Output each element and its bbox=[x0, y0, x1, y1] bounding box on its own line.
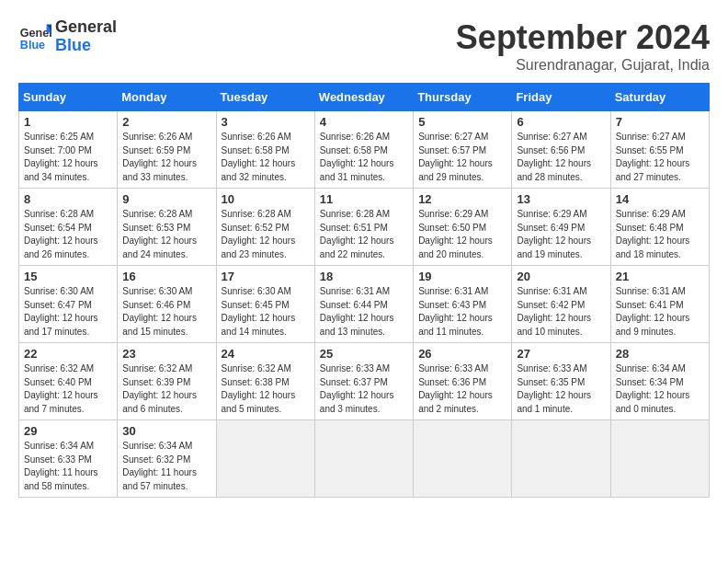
calendar-cell: 19 Sunrise: 6:31 AM Sunset: 6:43 PM Dayl… bbox=[414, 266, 512, 343]
day-number: 13 bbox=[517, 192, 605, 206]
calendar-cell: 12 Sunrise: 6:29 AM Sunset: 6:50 PM Dayl… bbox=[414, 189, 512, 266]
svg-text:Blue: Blue bbox=[20, 38, 45, 51]
day-info: Sunrise: 6:28 AM Sunset: 6:52 PM Dayligh… bbox=[222, 208, 310, 261]
calendar-week-1: 1 Sunrise: 6:25 AM Sunset: 7:00 PM Dayli… bbox=[19, 111, 710, 189]
calendar-cell: 24 Sunrise: 6:32 AM Sunset: 6:38 PM Dayl… bbox=[216, 343, 314, 420]
calendar-cell: 13 Sunrise: 6:29 AM Sunset: 6:49 PM Dayl… bbox=[512, 189, 610, 266]
day-info: Sunrise: 6:30 AM Sunset: 6:45 PM Dayligh… bbox=[222, 285, 310, 339]
day-number: 24 bbox=[222, 347, 310, 361]
logo-general-text: General bbox=[55, 18, 117, 37]
day-info: Sunrise: 6:27 AM Sunset: 6:57 PM Dayligh… bbox=[418, 131, 506, 184]
day-number: 29 bbox=[24, 424, 112, 438]
day-number: 1 bbox=[24, 115, 112, 129]
day-number: 25 bbox=[320, 347, 408, 361]
day-number: 18 bbox=[320, 270, 408, 283]
calendar-cell: 7 Sunrise: 6:27 AM Sunset: 6:55 PM Dayli… bbox=[610, 111, 709, 189]
logo-icon: General Blue bbox=[18, 20, 51, 53]
calendar-week-3: 15 Sunrise: 6:30 AM Sunset: 6:47 PM Dayl… bbox=[19, 266, 710, 343]
calendar-cell: 3 Sunrise: 6:26 AM Sunset: 6:58 PM Dayli… bbox=[216, 111, 314, 189]
day-info: Sunrise: 6:31 AM Sunset: 6:41 PM Dayligh… bbox=[616, 285, 704, 339]
weekday-header-sunday: Sunday bbox=[19, 84, 118, 111]
day-info: Sunrise: 6:33 AM Sunset: 6:37 PM Dayligh… bbox=[320, 362, 408, 416]
day-info: Sunrise: 6:33 AM Sunset: 6:35 PM Dayligh… bbox=[517, 362, 605, 416]
calendar-cell bbox=[314, 420, 413, 498]
day-number: 4 bbox=[320, 115, 408, 129]
calendar-cell: 28 Sunrise: 6:34 AM Sunset: 6:34 PM Dayl… bbox=[610, 343, 709, 420]
day-number: 9 bbox=[122, 192, 210, 206]
day-number: 19 bbox=[418, 270, 506, 283]
calendar-cell: 27 Sunrise: 6:33 AM Sunset: 6:35 PM Dayl… bbox=[512, 343, 610, 420]
day-info: Sunrise: 6:25 AM Sunset: 7:00 PM Dayligh… bbox=[24, 131, 112, 184]
weekday-header-saturday: Saturday bbox=[610, 84, 709, 111]
calendar-cell bbox=[610, 420, 709, 498]
day-number: 16 bbox=[122, 270, 210, 283]
calendar-header-row: SundayMondayTuesdayWednesdayThursdayFrid… bbox=[19, 84, 710, 111]
day-info: Sunrise: 6:29 AM Sunset: 6:49 PM Dayligh… bbox=[517, 208, 605, 261]
month-title: September 2024 bbox=[456, 18, 710, 57]
day-info: Sunrise: 6:28 AM Sunset: 6:51 PM Dayligh… bbox=[320, 208, 408, 261]
day-number: 27 bbox=[517, 347, 605, 361]
day-number: 5 bbox=[418, 115, 506, 129]
day-info: Sunrise: 6:27 AM Sunset: 6:55 PM Dayligh… bbox=[616, 131, 704, 184]
day-number: 10 bbox=[222, 192, 310, 206]
calendar-cell: 18 Sunrise: 6:31 AM Sunset: 6:44 PM Dayl… bbox=[314, 266, 413, 343]
calendar-cell: 1 Sunrise: 6:25 AM Sunset: 7:00 PM Dayli… bbox=[19, 111, 118, 189]
day-info: Sunrise: 6:34 AM Sunset: 6:33 PM Dayligh… bbox=[24, 440, 112, 493]
calendar-cell: 14 Sunrise: 6:29 AM Sunset: 6:48 PM Dayl… bbox=[610, 189, 709, 266]
weekday-header-friday: Friday bbox=[512, 84, 610, 111]
day-info: Sunrise: 6:28 AM Sunset: 6:54 PM Dayligh… bbox=[24, 208, 112, 261]
weekday-header-thursday: Thursday bbox=[414, 84, 512, 111]
calendar-cell: 22 Sunrise: 6:32 AM Sunset: 6:40 PM Dayl… bbox=[19, 343, 118, 420]
day-number: 2 bbox=[122, 115, 210, 129]
calendar-cell: 16 Sunrise: 6:30 AM Sunset: 6:46 PM Dayl… bbox=[118, 266, 216, 343]
day-number: 20 bbox=[517, 270, 605, 283]
day-number: 11 bbox=[320, 192, 408, 206]
day-number: 23 bbox=[122, 347, 210, 361]
day-info: Sunrise: 6:31 AM Sunset: 6:42 PM Dayligh… bbox=[517, 285, 605, 339]
weekday-header-tuesday: Tuesday bbox=[216, 84, 314, 111]
logo-blue-text: Blue bbox=[55, 37, 117, 55]
calendar-week-4: 22 Sunrise: 6:32 AM Sunset: 6:40 PM Dayl… bbox=[19, 343, 710, 420]
calendar-cell: 11 Sunrise: 6:28 AM Sunset: 6:51 PM Dayl… bbox=[314, 189, 413, 266]
title-block: September 2024 Surendranagar, Gujarat, I… bbox=[456, 18, 710, 74]
day-info: Sunrise: 6:34 AM Sunset: 6:32 PM Dayligh… bbox=[122, 440, 210, 493]
calendar-cell bbox=[512, 420, 610, 498]
calendar-week-2: 8 Sunrise: 6:28 AM Sunset: 6:54 PM Dayli… bbox=[19, 189, 710, 266]
calendar-cell bbox=[414, 420, 512, 498]
day-number: 14 bbox=[616, 192, 704, 206]
day-info: Sunrise: 6:29 AM Sunset: 6:50 PM Dayligh… bbox=[418, 208, 506, 261]
calendar-cell: 15 Sunrise: 6:30 AM Sunset: 6:47 PM Dayl… bbox=[19, 266, 118, 343]
day-number: 8 bbox=[24, 192, 112, 206]
calendar-table: SundayMondayTuesdayWednesdayThursdayFrid… bbox=[18, 83, 710, 498]
calendar-cell: 10 Sunrise: 6:28 AM Sunset: 6:52 PM Dayl… bbox=[216, 189, 314, 266]
calendar-cell: 6 Sunrise: 6:27 AM Sunset: 6:56 PM Dayli… bbox=[512, 111, 610, 189]
calendar-cell: 23 Sunrise: 6:32 AM Sunset: 6:39 PM Dayl… bbox=[118, 343, 216, 420]
day-number: 7 bbox=[616, 115, 704, 129]
day-info: Sunrise: 6:33 AM Sunset: 6:36 PM Dayligh… bbox=[418, 362, 506, 416]
day-number: 30 bbox=[122, 424, 210, 438]
day-info: Sunrise: 6:31 AM Sunset: 6:43 PM Dayligh… bbox=[418, 285, 506, 339]
logo: General Blue General Blue bbox=[18, 18, 117, 55]
day-number: 6 bbox=[517, 115, 605, 129]
calendar-cell: 20 Sunrise: 6:31 AM Sunset: 6:42 PM Dayl… bbox=[512, 266, 610, 343]
day-info: Sunrise: 6:30 AM Sunset: 6:47 PM Dayligh… bbox=[24, 285, 112, 339]
day-info: Sunrise: 6:29 AM Sunset: 6:48 PM Dayligh… bbox=[616, 208, 704, 261]
day-number: 12 bbox=[418, 192, 506, 206]
day-info: Sunrise: 6:32 AM Sunset: 6:40 PM Dayligh… bbox=[24, 362, 112, 416]
day-number: 17 bbox=[222, 270, 310, 283]
day-number: 15 bbox=[24, 270, 112, 283]
calendar-cell: 26 Sunrise: 6:33 AM Sunset: 6:36 PM Dayl… bbox=[414, 343, 512, 420]
day-info: Sunrise: 6:30 AM Sunset: 6:46 PM Dayligh… bbox=[122, 285, 210, 339]
weekday-header-wednesday: Wednesday bbox=[314, 84, 413, 111]
calendar-cell: 17 Sunrise: 6:30 AM Sunset: 6:45 PM Dayl… bbox=[216, 266, 314, 343]
calendar-cell: 5 Sunrise: 6:27 AM Sunset: 6:57 PM Dayli… bbox=[414, 111, 512, 189]
day-info: Sunrise: 6:26 AM Sunset: 6:58 PM Dayligh… bbox=[222, 131, 310, 184]
location: Surendranagar, Gujarat, India bbox=[456, 57, 710, 74]
calendar-cell bbox=[216, 420, 314, 498]
day-info: Sunrise: 6:34 AM Sunset: 6:34 PM Dayligh… bbox=[616, 362, 704, 416]
page-header: General Blue General Blue September 2024… bbox=[18, 18, 710, 74]
day-number: 28 bbox=[616, 347, 704, 361]
calendar-cell: 25 Sunrise: 6:33 AM Sunset: 6:37 PM Dayl… bbox=[314, 343, 413, 420]
day-info: Sunrise: 6:32 AM Sunset: 6:38 PM Dayligh… bbox=[222, 362, 310, 416]
day-number: 3 bbox=[222, 115, 310, 129]
